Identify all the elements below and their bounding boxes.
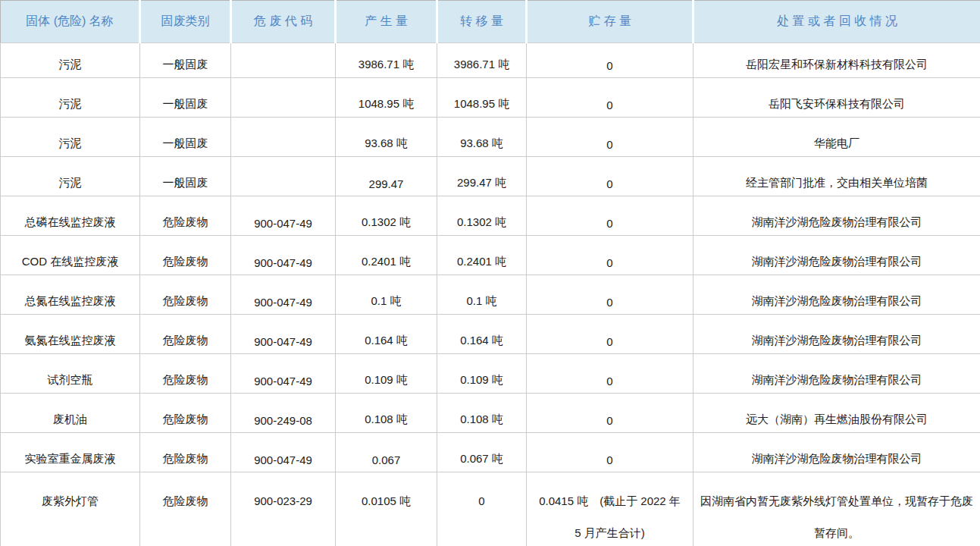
- cell-disposal: 岳阳宏星和环保新材料科技有限公司: [694, 43, 980, 78]
- cell-produced: 0.164 吨: [336, 315, 437, 354]
- cell-transferred: 3986.71 吨: [437, 43, 527, 78]
- cell-transferred: 0.108 吨: [437, 394, 527, 433]
- table-row: COD 在线监控废液 危险废物 900-047-49 0.2401 吨 0.24…: [1, 236, 980, 275]
- cell-waste-code: 900-047-49: [231, 196, 336, 236]
- cell-waste-name: 试剂空瓶: [1, 354, 140, 394]
- cell-stored: 0: [527, 433, 694, 472]
- col-header-transferred-amount: 转 移 量: [437, 1, 527, 43]
- cell-disposal: 湖南洋沙湖危险废物治理有限公司: [694, 354, 980, 394]
- cell-waste-category: 一般固废: [140, 157, 231, 196]
- cell-disposal: 湖南洋沙湖危险废物治理有限公司: [694, 315, 980, 354]
- cell-waste-code: 900-047-49: [231, 275, 336, 315]
- cell-waste-name: 总氮在线监控废液: [1, 275, 140, 315]
- cell-disposal: 因湖南省内暂无废紫外线灯管处置单位，现暂存于危废 暂存间。: [694, 472, 980, 546]
- cell-waste-category: 危险废物: [140, 394, 231, 433]
- cell-waste-category: 一般固废: [140, 43, 231, 78]
- col-header-waste-code: 危 废 代 码: [231, 1, 336, 43]
- table-row: 试剂空瓶 危险废物 900-047-49 0.109 吨 0.109 吨 0 湖…: [1, 354, 980, 394]
- table-row: 氨氮在线监控废液 危险废物 900-047-49 0.164 吨 0.164 吨…: [1, 315, 980, 354]
- cell-waste-code: [231, 118, 336, 157]
- cell-waste-name: 污泥: [1, 118, 140, 157]
- table-row: 污泥 一般固废 93.68 吨 93.68 吨 0 华能电厂: [1, 118, 980, 157]
- cell-produced: 0.2401 吨: [336, 236, 437, 275]
- cell-produced: 3986.71 吨: [336, 43, 437, 78]
- solid-waste-table: 固体 (危险) 名称 固废类别 危 废 代 码 产 生 量 转 移 量 贮 存 …: [0, 0, 980, 546]
- cell-transferred: 0.109 吨: [437, 354, 527, 394]
- cell-stored: 0: [527, 236, 694, 275]
- col-header-produced-amount: 产 生 量: [336, 1, 437, 43]
- cell-transferred: 0.1302 吨: [437, 196, 527, 236]
- cell-waste-code: [231, 78, 336, 118]
- table-row: 总磷在线监控废液 危险废物 900-047-49 0.1302 吨 0.1302…: [1, 196, 980, 236]
- header-row: 固体 (危险) 名称 固废类别 危 废 代 码 产 生 量 转 移 量 贮 存 …: [1, 1, 980, 43]
- table-row: 污泥 一般固废 1048.95 吨 1048.95 吨 0 岳阳飞安环保科技有限…: [1, 78, 980, 118]
- cell-produced: 0.1302 吨: [336, 196, 437, 236]
- col-header-waste-name: 固体 (危险) 名称: [1, 1, 140, 43]
- cell-waste-name: COD 在线监控废液: [1, 236, 140, 275]
- cell-waste-code: 900-047-49: [231, 354, 336, 394]
- cell-waste-name: 废机油: [1, 394, 140, 433]
- cell-stored: 0: [527, 275, 694, 315]
- cell-transferred: 299.47 吨: [437, 157, 527, 196]
- cell-produced: 1048.95 吨: [336, 78, 437, 118]
- cell-waste-code: 900-047-49: [231, 433, 336, 472]
- cell-produced: 299.47: [336, 157, 437, 196]
- cell-disposal: 湖南洋沙湖危险废物治理有限公司: [694, 433, 980, 472]
- cell-waste-code: [231, 43, 336, 78]
- cell-stored: 0: [527, 78, 694, 118]
- cell-waste-name: 废紫外灯管: [1, 472, 140, 546]
- cell-waste-code: 900-249-08: [231, 394, 336, 433]
- cell-stored: 0: [527, 315, 694, 354]
- cell-waste-category: 危险废物: [140, 354, 231, 394]
- table-row: 实验室重金属废液 危险废物 900-047-49 0.067 0.067 吨 0…: [1, 433, 980, 472]
- cell-waste-category: 危险废物: [140, 472, 231, 546]
- cell-produced: 0.109 吨: [336, 354, 437, 394]
- cell-transferred: 0.067 吨: [437, 433, 527, 472]
- cell-waste-name: 实验室重金属废液: [1, 433, 140, 472]
- cell-waste-category: 危险废物: [140, 433, 231, 472]
- cell-produced: 0.1 吨: [336, 275, 437, 315]
- cell-waste-code: 900-047-49: [231, 315, 336, 354]
- table-row: 废紫外灯管 危险废物 900-023-29 0.0105 吨 0 0.0415 …: [1, 472, 980, 546]
- cell-waste-category: 危险废物: [140, 196, 231, 236]
- cell-transferred: 0.1 吨: [437, 275, 527, 315]
- cell-waste-code: 900-047-49: [231, 236, 336, 275]
- cell-stored: 0: [527, 118, 694, 157]
- cell-waste-category: 危险废物: [140, 315, 231, 354]
- cell-stored: 0.0415 吨 (截止于 2022 年 5 月产生合计): [527, 472, 694, 546]
- cell-waste-name: 氨氮在线监控废液: [1, 315, 140, 354]
- cell-disposal: 华能电厂: [694, 118, 980, 157]
- cell-waste-name: 总磷在线监控废液: [1, 196, 140, 236]
- cell-transferred: 0.164 吨: [437, 315, 527, 354]
- cell-stored: 0: [527, 354, 694, 394]
- cell-stored: 0: [527, 43, 694, 78]
- table-row: 废机油 危险废物 900-249-08 0.108 吨 0.108 吨 0 远大…: [1, 394, 980, 433]
- cell-waste-category: 一般固废: [140, 78, 231, 118]
- cell-transferred: 93.68 吨: [437, 118, 527, 157]
- cell-stored: 0: [527, 394, 694, 433]
- cell-transferred: 0: [437, 472, 527, 546]
- table-row: 总氮在线监控废液 危险废物 900-047-49 0.1 吨 0.1 吨 0 湖…: [1, 275, 980, 315]
- cell-waste-code: [231, 157, 336, 196]
- cell-disposal: 湖南洋沙湖危险废物治理有限公司: [694, 236, 980, 275]
- cell-produced: 93.68 吨: [336, 118, 437, 157]
- cell-produced: 0.0105 吨: [336, 472, 437, 546]
- cell-stored: 0: [527, 196, 694, 236]
- cell-waste-category: 一般固废: [140, 118, 231, 157]
- col-header-waste-category: 固废类别: [140, 1, 231, 43]
- cell-produced: 0.067: [336, 433, 437, 472]
- cell-stored: 0: [527, 157, 694, 196]
- cell-waste-category: 危险废物: [140, 275, 231, 315]
- cell-disposal: 岳阳飞安环保科技有限公司: [694, 78, 980, 118]
- table-row: 污泥 一般固废 3986.71 吨 3986.71 吨 0 岳阳宏星和环保新材料…: [1, 43, 980, 78]
- cell-disposal: 经主管部门批准，交由相关单位培菌: [694, 157, 980, 196]
- cell-disposal: 湖南洋沙湖危险废物治理有限公司: [694, 275, 980, 315]
- cell-produced: 0.108 吨: [336, 394, 437, 433]
- cell-waste-name: 污泥: [1, 43, 140, 78]
- cell-transferred: 1048.95 吨: [437, 78, 527, 118]
- cell-waste-code: 900-023-29: [231, 472, 336, 546]
- cell-transferred: 0.2401 吨: [437, 236, 527, 275]
- col-header-stored-amount: 贮 存 量: [527, 1, 694, 43]
- cell-waste-name: 污泥: [1, 157, 140, 196]
- cell-waste-category: 危险废物: [140, 236, 231, 275]
